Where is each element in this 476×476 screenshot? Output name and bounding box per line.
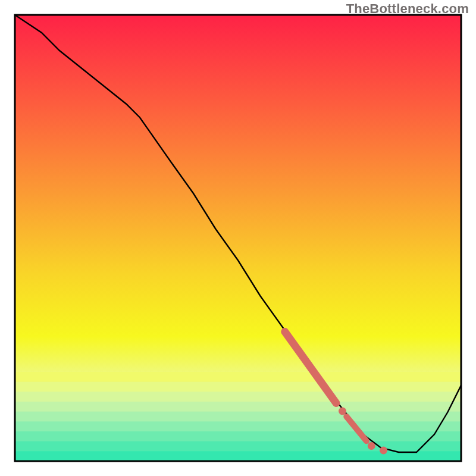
band xyxy=(15,451,461,461)
band xyxy=(15,441,461,452)
dot-b xyxy=(368,442,375,450)
watermark-text: TheBottleneck.com xyxy=(346,1,469,17)
band xyxy=(15,402,461,412)
dot-c xyxy=(380,447,387,455)
dot-a xyxy=(339,408,346,415)
band xyxy=(15,412,461,422)
plot-area xyxy=(15,15,461,462)
chart-svg xyxy=(0,0,476,476)
band xyxy=(15,372,461,382)
band xyxy=(15,431,461,441)
band xyxy=(15,392,461,402)
chart-container: TheBottleneck.com xyxy=(0,0,476,476)
green-banding xyxy=(15,372,461,462)
band xyxy=(15,421,461,431)
band xyxy=(15,382,461,392)
